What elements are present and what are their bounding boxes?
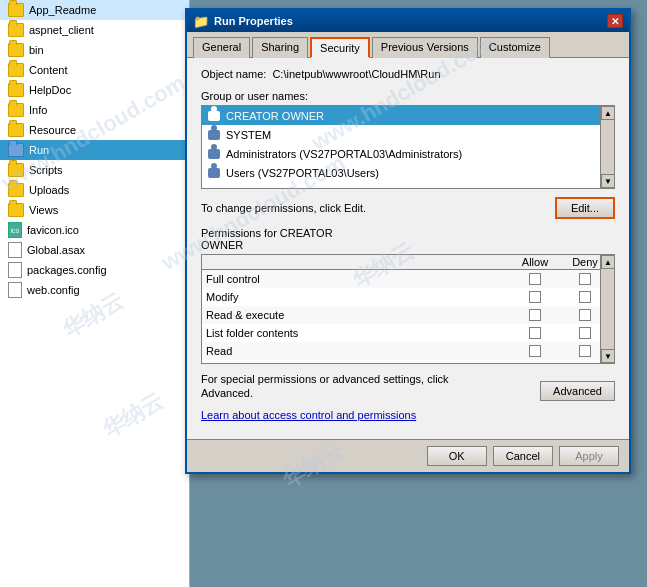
edit-text: To change permissions, click Edit. — [201, 202, 366, 214]
user-label: SYSTEM — [226, 129, 271, 141]
tab-customize[interactable]: Customize — [480, 37, 550, 58]
scroll-up-arrow[interactable]: ▲ — [601, 106, 615, 120]
tab-sharing[interactable]: Sharing — [252, 37, 308, 58]
deny-checkbox[interactable] — [579, 273, 591, 285]
perm-row-modify: Modify — [202, 288, 614, 306]
sidebar-item-label: App_Readme — [29, 4, 96, 16]
user-label: Administrators (VS27PORTAL03\Administrat… — [226, 148, 462, 160]
perm-row-list-folder: List folder contents — [202, 324, 614, 342]
tabs-bar: General Sharing Security Previous Versio… — [187, 32, 629, 58]
allow-checkbox[interactable] — [529, 309, 541, 321]
allow-checkbox[interactable] — [529, 291, 541, 303]
file-icon — [8, 262, 22, 278]
folder-icon — [8, 123, 24, 137]
apply-button[interactable]: Apply — [559, 446, 619, 466]
folder-icon — [8, 183, 24, 197]
deny-checkbox[interactable] — [579, 363, 591, 364]
learn-link-container: Learn about access control and permissio… — [201, 409, 615, 429]
perm-name: Modify — [206, 291, 510, 303]
advanced-button[interactable]: Advanced — [540, 381, 615, 401]
allow-checkbox[interactable] — [529, 363, 541, 364]
perm-allow-check[interactable] — [510, 309, 560, 321]
tab-previous-versions[interactable]: Previous Versions — [372, 37, 478, 58]
perm-scroll-down[interactable]: ▼ — [601, 349, 615, 363]
tab-security[interactable]: Security — [310, 37, 370, 58]
sidebar-item-resource[interactable]: Resource — [0, 120, 189, 140]
perm-row-read-execute: Read & execute — [202, 306, 614, 324]
edit-button[interactable]: Edit... — [555, 197, 615, 219]
folder-icon — [8, 163, 24, 177]
object-name-value: C:\inetpub\wwwroot\CloudHM\Run — [272, 68, 440, 80]
learn-link[interactable]: Learn about access control and permissio… — [201, 409, 416, 421]
user-item-system[interactable]: SYSTEM — [202, 125, 614, 144]
object-name-label: Object name: — [201, 68, 266, 80]
permissions-header: Allow Deny — [202, 255, 614, 270]
folder-icon — [8, 43, 24, 57]
user-item-creator-owner[interactable]: CREATOR OWNER — [202, 106, 614, 125]
perm-scroll-up[interactable]: ▲ — [601, 255, 615, 269]
file-explorer-sidebar: App_Readme aspnet_client bin Content Hel… — [0, 0, 190, 587]
cancel-button[interactable]: Cancel — [493, 446, 553, 466]
perm-allow-check[interactable] — [510, 291, 560, 303]
sidebar-item-content[interactable]: Content — [0, 60, 189, 80]
sidebar-item-label: Info — [29, 104, 47, 116]
sidebar-item-packages[interactable]: packages.config — [0, 260, 189, 280]
sidebar-item-aspnet-client[interactable]: aspnet_client — [0, 20, 189, 40]
run-properties-dialog: 📁 Run Properties ✕ General Sharing Secur… — [185, 8, 631, 474]
permissions-table: Allow Deny Full control Modify Read & ex… — [201, 254, 615, 364]
sidebar-item-label: Content — [29, 64, 68, 76]
sidebar-item-run[interactable]: Run — [0, 140, 189, 160]
perm-allow-check[interactable] — [510, 345, 560, 357]
dialog-close-button[interactable]: ✕ — [607, 14, 623, 28]
deny-checkbox[interactable] — [579, 327, 591, 339]
perm-name: Read — [206, 345, 510, 357]
deny-checkbox[interactable] — [579, 309, 591, 321]
allow-checkbox[interactable] — [529, 345, 541, 357]
file-icon: ico — [8, 222, 22, 238]
allow-checkbox[interactable] — [529, 327, 541, 339]
tab-general[interactable]: General — [193, 37, 250, 58]
sidebar-item-label: HelpDoc — [29, 84, 71, 96]
sidebar-item-uploads[interactable]: Uploads — [0, 180, 189, 200]
sidebar-item-views[interactable]: Views — [0, 200, 189, 220]
sidebar-item-label: aspnet_client — [29, 24, 94, 36]
sidebar-item-label: favicon.ico — [27, 224, 79, 236]
perm-row-full-control: Full control — [202, 270, 614, 288]
user-item-administrators[interactable]: Administrators (VS27PORTAL03\Administrat… — [202, 144, 614, 163]
deny-checkbox[interactable] — [579, 291, 591, 303]
folder-icon — [8, 203, 24, 217]
sidebar-item-helpdoc[interactable]: HelpDoc — [0, 80, 189, 100]
dialog-title-text: Run Properties — [214, 15, 293, 27]
perm-row-write: Write — [202, 360, 614, 364]
special-permissions-row: For special permissions or advanced sett… — [201, 372, 615, 401]
permissions-scrollbar[interactable]: ▲ ▼ — [600, 255, 614, 363]
sidebar-item-favicon[interactable]: ico favicon.ico — [0, 220, 189, 240]
sidebar-item-info[interactable]: Info — [0, 100, 189, 120]
user-label: Users (VS27PORTAL03\Users) — [226, 167, 379, 179]
scroll-down-arrow[interactable]: ▼ — [601, 174, 615, 188]
user-item-users[interactable]: Users (VS27PORTAL03\Users) — [202, 163, 614, 182]
ok-button[interactable]: OK — [427, 446, 487, 466]
sidebar-item-app-readme[interactable]: App_Readme — [0, 0, 189, 20]
sidebar-item-label: Resource — [29, 124, 76, 136]
user-icon — [206, 128, 222, 142]
perm-deny-check[interactable] — [560, 363, 610, 364]
dialog-titlebar: 📁 Run Properties ✕ — [187, 10, 629, 32]
permissions-label-line1: Permissions for CREATOR — [201, 227, 333, 239]
sidebar-item-global[interactable]: Global.asax — [0, 240, 189, 260]
folder-icon — [8, 103, 24, 117]
user-icon — [206, 166, 222, 180]
perm-allow-check[interactable] — [510, 363, 560, 364]
perm-col-allow-header: Allow — [510, 256, 560, 268]
sidebar-item-bin[interactable]: bin — [0, 40, 189, 60]
permissions-label-line2: OWNER — [201, 239, 243, 251]
user-shape — [208, 111, 220, 121]
perm-allow-check[interactable] — [510, 273, 560, 285]
users-scrollbar[interactable]: ▲ ▼ — [600, 106, 614, 188]
sidebar-item-webconfig[interactable]: web.config — [0, 280, 189, 300]
sidebar-item-scripts[interactable]: Scripts — [0, 160, 189, 180]
deny-checkbox[interactable] — [579, 345, 591, 357]
allow-checkbox[interactable] — [529, 273, 541, 285]
users-list: CREATOR OWNER SYSTEM Administrators (VS2… — [201, 105, 615, 189]
perm-allow-check[interactable] — [510, 327, 560, 339]
